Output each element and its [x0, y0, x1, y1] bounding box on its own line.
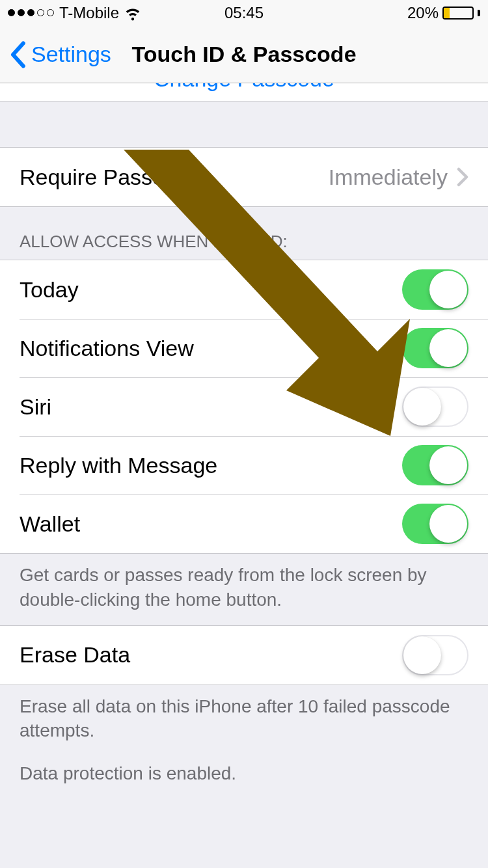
battery-fill [444, 8, 450, 18]
chevron-left-icon [9, 41, 26, 68]
wifi-icon [124, 5, 141, 21]
status-left: T-Mobile [8, 4, 141, 22]
allow-access-header: ALLOW ACCESS WHEN LOCKED: [0, 207, 488, 260]
wallet-footer: Get cards or passes ready from the lock … [0, 554, 488, 625]
page-title: Touch ID & Passcode [131, 42, 356, 67]
allow-access-label: Notifications View [20, 336, 402, 361]
allow-access-label: Reply with Message [20, 453, 402, 478]
status-right: 20% [407, 4, 480, 22]
signal-strength-icon [8, 9, 54, 16]
battery-icon [442, 7, 474, 20]
allow-access-row[interactable]: Siri [0, 377, 488, 436]
status-bar: T-Mobile 05:45 20% [0, 0, 488, 26]
erase-data-footer-1: Erase all data on this iPhone after 10 f… [20, 694, 468, 744]
require-passcode-label: Require Passcode [20, 165, 329, 190]
allow-access-toggle[interactable] [402, 445, 468, 485]
erase-data-label: Erase Data [20, 642, 402, 668]
clock-label: 05:45 [224, 4, 264, 22]
allow-access-group: TodayNotifications ViewSiriReply with Me… [0, 260, 488, 554]
back-button[interactable]: Settings [0, 41, 111, 68]
allow-access-row[interactable]: Reply with Message [0, 436, 488, 495]
content: Change Passcode Require Passcode Immedia… [0, 83, 488, 799]
allow-access-row[interactable]: Wallet [0, 495, 488, 553]
change-passcode-row[interactable]: Change Passcode [0, 83, 488, 102]
navigation-bar: Settings Touch ID & Passcode [0, 26, 488, 83]
battery-percentage-label: 20% [407, 4, 439, 22]
chevron-right-icon [457, 167, 468, 187]
erase-data-footer: Erase all data on this iPhone after 10 f… [0, 685, 488, 799]
allow-access-toggle[interactable] [402, 387, 468, 427]
allow-access-toggle[interactable] [402, 328, 468, 368]
allow-access-label: Today [20, 277, 402, 303]
allow-access-toggle[interactable] [402, 269, 468, 310]
erase-data-toggle[interactable] [402, 635, 468, 675]
require-passcode-value: Immediately [329, 165, 448, 190]
change-passcode-label: Change Passcode [154, 83, 334, 92]
require-passcode-group: Require Passcode Immediately [0, 147, 488, 207]
allow-access-row[interactable]: Today [0, 260, 488, 319]
allow-access-label: Wallet [20, 511, 402, 537]
require-passcode-row[interactable]: Require Passcode Immediately [0, 148, 488, 206]
battery-cap-icon [478, 10, 480, 16]
allow-access-row[interactable]: Notifications View [0, 319, 488, 377]
allow-access-toggle[interactable] [402, 504, 468, 544]
wallet-footer-text: Get cards or passes ready from the lock … [20, 563, 468, 612]
erase-data-row[interactable]: Erase Data [0, 626, 488, 685]
erase-data-group: Erase Data [0, 625, 488, 685]
back-label: Settings [31, 42, 111, 67]
erase-data-footer-2: Data protection is enabled. [20, 761, 468, 786]
carrier-label: T-Mobile [59, 4, 119, 22]
allow-access-label: Siri [20, 394, 402, 420]
